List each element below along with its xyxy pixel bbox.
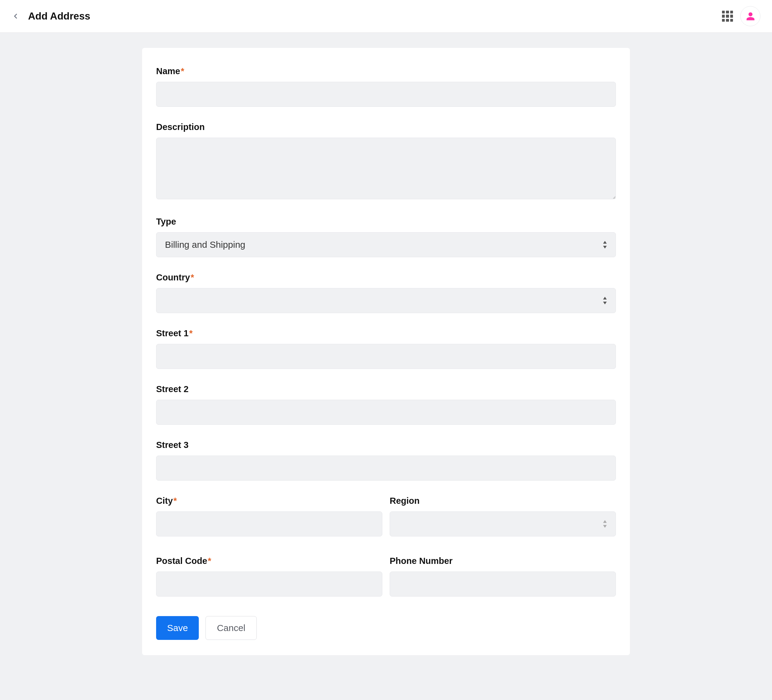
field-name: Name* (156, 66, 616, 107)
field-country: Country* (156, 272, 616, 313)
back-button[interactable] (11, 12, 20, 20)
field-region: Region (390, 496, 616, 536)
field-description: Description (156, 122, 616, 202)
name-label: Name* (156, 66, 616, 76)
topbar: Add Address (0, 0, 772, 33)
field-type: Type Billing and Shipping (156, 216, 616, 257)
street1-input[interactable] (156, 344, 616, 369)
field-street2: Street 2 (156, 384, 616, 425)
name-input[interactable] (156, 82, 616, 107)
phone-label: Phone Number (390, 556, 616, 566)
field-street1: Street 1* (156, 328, 616, 369)
postal-code-label: Postal Code* (156, 556, 382, 566)
street3-label: Street 3 (156, 440, 616, 450)
required-marker: * (208, 556, 211, 566)
region-label: Region (390, 496, 616, 506)
form-actions: Save Cancel (156, 616, 616, 640)
field-phone: Phone Number (390, 556, 616, 597)
apps-grid-icon (722, 11, 725, 13)
required-marker: * (189, 328, 192, 338)
phone-input[interactable] (390, 572, 616, 597)
country-select[interactable] (156, 288, 616, 313)
street2-label: Street 2 (156, 384, 616, 394)
street1-label: Street 1* (156, 328, 616, 338)
postal-code-input[interactable] (156, 572, 382, 597)
field-street3: Street 3 (156, 440, 616, 480)
field-postal-code: Postal Code* (156, 556, 382, 597)
required-marker: * (173, 496, 177, 506)
city-label: City* (156, 496, 382, 506)
form-card: Name* Description Type Billing and Shipp… (142, 48, 630, 655)
street2-input[interactable] (156, 400, 616, 425)
city-input[interactable] (156, 511, 382, 536)
type-label: Type (156, 216, 616, 227)
type-select[interactable]: Billing and Shipping (156, 232, 616, 257)
row-city-region: City* Region (156, 496, 616, 536)
user-menu-button[interactable] (740, 6, 761, 26)
description-input[interactable] (156, 138, 616, 199)
chevron-left-icon (11, 11, 20, 21)
required-marker: * (191, 272, 194, 282)
region-select[interactable] (390, 511, 616, 536)
street3-input[interactable] (156, 456, 616, 480)
field-city: City* (156, 496, 382, 536)
content: Name* Description Type Billing and Shipp… (0, 33, 772, 670)
country-label: Country* (156, 272, 616, 282)
row-postal-phone: Postal Code* Phone Number (156, 556, 616, 597)
save-button[interactable]: Save (156, 616, 199, 640)
page-title: Add Address (28, 10, 90, 22)
description-label: Description (156, 122, 616, 132)
required-marker: * (181, 66, 184, 76)
apps-menu-button[interactable] (722, 11, 733, 22)
cancel-button[interactable]: Cancel (206, 616, 257, 640)
topbar-right (722, 6, 761, 26)
user-icon (746, 11, 755, 21)
topbar-left: Add Address (11, 10, 90, 22)
